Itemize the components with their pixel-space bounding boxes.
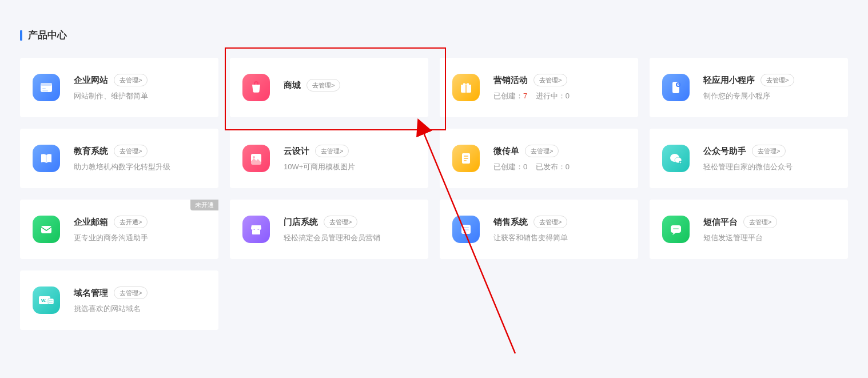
card-title: 企业邮箱 — [74, 217, 108, 228]
card-desc: 轻松管理自家的微信公众号 — [703, 162, 835, 172]
card-domain[interactable]: W. 域名管理 去管理> 挑选喜欢的网站域名 — [20, 270, 218, 330]
gift-icon — [452, 74, 480, 101]
svg-rect-26 — [673, 228, 679, 229]
manage-button[interactable]: 去管理> — [761, 74, 794, 86]
section-header: 产品中心 — [20, 29, 848, 42]
svg-rect-22 — [463, 227, 469, 228]
svg-rect-20 — [252, 230, 260, 234]
manage-button[interactable]: 去管理> — [743, 216, 777, 228]
section-title: 产品中心 — [28, 29, 67, 42]
open-button[interactable]: 去开通> — [114, 216, 148, 228]
wechat-icon — [662, 145, 690, 172]
card-stats: 已创建：0 已发布：0 — [493, 162, 626, 172]
svg-rect-29 — [48, 299, 54, 304]
card-shop[interactable]: 商城 去管理> — [230, 58, 428, 117]
card-miniprogram[interactable]: 轻应用小程序 去管理> 制作您的专属小程序 — [650, 58, 848, 117]
card-title: 公众号助手 — [703, 146, 746, 157]
sales-icon — [452, 216, 480, 243]
card-title: 门店系统 — [284, 217, 318, 228]
website-icon — [33, 74, 60, 101]
mail-icon — [33, 216, 60, 243]
manage-button[interactable]: 去管理> — [533, 74, 567, 86]
not-enabled-tag: 未开通 — [190, 200, 218, 210]
card-sms[interactable]: 短信平台 去管理> 短信发送管理平台 — [650, 200, 848, 259]
card-stats: 已创建：7 进行中：0 — [493, 91, 626, 101]
card-title: 轻应用小程序 — [703, 75, 755, 86]
card-desc: 更专业的商务沟通助手 — [74, 233, 206, 243]
manage-button[interactable]: 去管理> — [306, 79, 340, 91]
card-desc: 网站制作、维护都简单 — [74, 91, 206, 101]
domain-icon: W. — [33, 287, 60, 314]
manage-button[interactable]: 去管理> — [114, 74, 148, 86]
svg-text:W.: W. — [41, 298, 46, 303]
manage-button[interactable]: 去管理> — [315, 145, 349, 157]
card-desc: 10W+可商用模板图片 — [284, 162, 416, 172]
manage-button[interactable]: 去管理> — [752, 145, 786, 157]
card-design[interactable]: 云设计 去管理> 10W+可商用模板图片 — [230, 129, 428, 188]
title-accent-bar — [20, 30, 22, 41]
manage-button[interactable]: 去管理> — [114, 287, 148, 299]
card-title: 销售系统 — [493, 217, 528, 228]
book-icon — [33, 145, 60, 172]
manage-button[interactable]: 去管理> — [324, 216, 357, 228]
card-desc: 短信发送管理平台 — [703, 233, 835, 243]
svg-rect-31 — [49, 302, 53, 303]
svg-rect-19 — [41, 226, 51, 233]
manage-button[interactable]: 去管理> — [533, 216, 567, 228]
card-title: 教育系统 — [74, 146, 108, 157]
card-wechat-helper[interactable]: 公众号助手 去管理> 轻松管理自家的微信公众号 — [650, 129, 848, 188]
sms-icon — [662, 216, 690, 243]
card-mail[interactable]: 未开通 企业邮箱 去开通> 更专业的商务沟通助手 — [20, 200, 218, 259]
card-flyer[interactable]: 微传单 去管理> 已创建：0 已发布：0 — [440, 129, 638, 188]
svg-rect-6 — [465, 85, 467, 93]
card-title: 商城 — [284, 80, 301, 91]
product-grid: 企业网站 去管理> 网站制作、维护都简单 商城 去管理> — [20, 58, 848, 330]
svg-rect-14 — [464, 158, 468, 159]
card-title: 企业网站 — [74, 75, 108, 86]
svg-rect-15 — [464, 160, 467, 161]
store-icon — [242, 216, 270, 243]
card-title: 微传单 — [493, 146, 519, 157]
card-title: 营销活动 — [493, 75, 528, 86]
card-sales[interactable]: 销售系统 去管理> 让获客和销售变得简单 — [440, 200, 638, 259]
card-desc: 助力教培机构数字化转型升级 — [74, 162, 206, 172]
card-desc: 让获客和销售变得简单 — [493, 233, 626, 243]
product-center-section: 产品中心 企业网站 去管理> 网站制作、维护都简单 商城 — [0, 0, 868, 341]
miniprogram-icon — [662, 74, 690, 101]
manage-button[interactable]: 去管理> — [525, 145, 559, 157]
svg-rect-1 — [41, 83, 52, 86]
card-desc: 制作您的专属小程序 — [703, 91, 835, 101]
svg-rect-13 — [464, 156, 468, 157]
svg-rect-2 — [42, 88, 46, 89]
svg-rect-23 — [463, 229, 469, 230]
manage-button[interactable]: 去管理> — [114, 145, 148, 157]
card-desc: 轻松搞定会员管理和会员营销 — [284, 233, 416, 243]
svg-point-11 — [253, 156, 255, 158]
svg-rect-24 — [463, 232, 467, 233]
card-title: 域名管理 — [74, 288, 108, 299]
svg-rect-30 — [49, 300, 53, 301]
card-marketing[interactable]: 营销活动 去管理> 已创建：7 进行中：0 — [440, 58, 638, 117]
image-icon — [242, 145, 270, 172]
card-education[interactable]: 教育系统 去管理> 助力教培机构数字化转型升级 — [20, 129, 218, 188]
card-website[interactable]: 企业网站 去管理> 网站制作、维护都简单 — [20, 58, 218, 117]
card-store[interactable]: 门店系统 去管理> 轻松搞定会员管理和会员营销 — [230, 200, 428, 259]
flyer-icon — [452, 145, 480, 172]
svg-point-8 — [676, 82, 680, 87]
svg-rect-3 — [42, 90, 48, 91]
shop-icon — [242, 74, 270, 101]
card-title: 短信平台 — [703, 217, 738, 228]
card-title: 云设计 — [284, 146, 309, 157]
card-desc: 挑选喜欢的网站域名 — [74, 304, 206, 314]
